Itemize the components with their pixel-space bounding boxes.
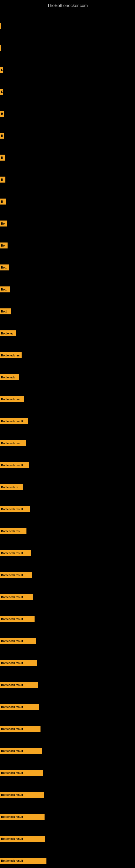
bar-label: Bottleneck result: [1, 837, 23, 840]
bar-label: Bottleneck result: [1, 420, 23, 423]
bar-row: Bottleneck result: [0, 711, 135, 733]
bar-label: Bottleneck resu: [1, 530, 21, 533]
bar-row: Bottleneck result: [0, 777, 135, 799]
bar: Bottleneck re: [0, 484, 23, 490]
bar: Bottleneck result: [0, 506, 30, 512]
bar-label: Bottleneck result: [1, 859, 23, 862]
bar-label: E: [1, 90, 3, 93]
bar-label: Bottleneck result: [1, 794, 23, 796]
bar: B: [0, 133, 4, 138]
bar-label: Bottleneck resu: [1, 398, 21, 401]
bar-label: Bott: [1, 266, 6, 269]
bar-label: Bott: [1, 288, 6, 291]
bar: Bottleneck result: [0, 682, 38, 688]
bar: Bottleneck result: [0, 814, 45, 820]
bar-label: Bottlenec: [1, 332, 13, 335]
bar: Bottleneck result: [0, 748, 42, 754]
bar-label: H: [1, 112, 3, 115]
bar-label: Bottleneck res: [1, 354, 20, 357]
bar-row: Bottleneck result: [0, 733, 135, 755]
bar-label: Bottleneck result: [1, 596, 23, 599]
bar-row: Bottleneck result: [0, 623, 135, 645]
bar: Bottl: [0, 308, 11, 314]
bar-row: Bottleneck result: [0, 447, 135, 469]
bar: Bottleneck result: [0, 572, 32, 578]
bar: Bottleneck result: [0, 550, 31, 556]
bar-label: Bottleneck result: [1, 508, 23, 511]
bar-row: Bo: [0, 228, 135, 249]
bar: Bottleneck result: [0, 726, 41, 732]
bar-label: Bottleneck result: [1, 618, 23, 621]
bar-label: B: [1, 156, 3, 159]
bar: Bottleneck resu: [0, 396, 24, 402]
bar-row: Bo: [0, 206, 135, 227]
bar-row: B: [0, 118, 135, 140]
bar: H: [0, 111, 4, 117]
bar-label: Bottleneck result: [1, 684, 23, 686]
bar: Bott: [0, 286, 10, 292]
bar-row: Bottleneck resu: [0, 426, 135, 447]
bar-row: E: [0, 74, 135, 95]
bar-label: Bo: [1, 222, 5, 225]
bars-container: EEHBBBBBoBoBottBottBottlBottlenecBottlen…: [0, 8, 135, 868]
bar-label: Bottleneck result: [1, 464, 23, 467]
bar: Bottleneck result: [0, 792, 44, 798]
bar-label: Bo: [1, 244, 5, 247]
bar-label: Bottleneck re: [1, 486, 18, 489]
bar-row: Bottleneck result: [0, 492, 135, 513]
bar: Bottleneck result: [0, 616, 35, 622]
bar: [0, 45, 1, 51]
bar-row: Bottleneck result: [0, 843, 135, 865]
bar: Bott: [0, 265, 9, 271]
bar-label: B: [1, 200, 3, 203]
bar-row: [0, 30, 135, 52]
bar-label: B: [1, 178, 3, 181]
bar-label: E: [1, 68, 3, 71]
bar-row: Bottleneck result: [0, 667, 135, 689]
bar-row: B: [0, 140, 135, 161]
bar: Bottleneck result: [0, 638, 36, 644]
bar-row: B: [0, 162, 135, 183]
bar: Bottleneck result: [0, 594, 33, 600]
bar-row: Bottleneck result: [0, 535, 135, 557]
bar-row: Bottleneck resu: [0, 382, 135, 403]
bar: Bottleneck result: [0, 660, 37, 666]
bar-row: Bottleneck resu: [0, 514, 135, 535]
bar: Bottleneck result: [0, 858, 46, 864]
bar: Bo: [0, 243, 8, 248]
bar: Bottleneck result: [0, 418, 28, 424]
bar-row: Bottleneck re: [0, 469, 135, 491]
bar-row: Bott: [0, 250, 135, 271]
bar-label: Bottleneck result: [1, 749, 23, 752]
bar-row: [0, 8, 135, 30]
bar-label: Bottleneck result: [1, 815, 23, 818]
bar-row: Bottleneck result: [0, 645, 135, 667]
bar: B: [0, 155, 5, 161]
bar: Bottleneck resu: [0, 528, 27, 534]
bar-row: Bottl: [0, 294, 135, 315]
bar-row: Bottleneck result: [0, 601, 135, 623]
bar-row: Bottleneck result: [0, 579, 135, 601]
bar: E: [0, 67, 3, 73]
bar-row: Bottleneck result: [0, 689, 135, 711]
bar: [0, 23, 1, 29]
bar-label: Bottl: [1, 310, 7, 313]
bar: Bottleneck result: [0, 704, 39, 710]
bar-label: Bottleneck result: [1, 574, 23, 577]
bar-row: H: [0, 96, 135, 118]
bar-row: Bottleneck result: [0, 404, 135, 425]
bar: Bottleneck: [0, 374, 19, 380]
bar-label: Bottleneck result: [1, 771, 23, 774]
bar-row: Bottleneck result: [0, 755, 135, 777]
bar: Bo: [0, 220, 7, 226]
bar-label: Bottleneck result: [1, 706, 23, 709]
bar-label: Bottleneck result: [1, 552, 23, 555]
bar-label: Bottleneck resu: [1, 442, 21, 445]
bar: Bottleneck result: [0, 462, 29, 468]
bar: B: [0, 177, 5, 183]
bar-label: Bottleneck result: [1, 661, 23, 664]
bar-row: Bottleneck result: [0, 799, 135, 820]
bar-row: Bottleneck res: [0, 338, 135, 359]
bar: Bottleneck resu: [0, 440, 26, 446]
bar-row: Bottlenec: [0, 316, 135, 337]
